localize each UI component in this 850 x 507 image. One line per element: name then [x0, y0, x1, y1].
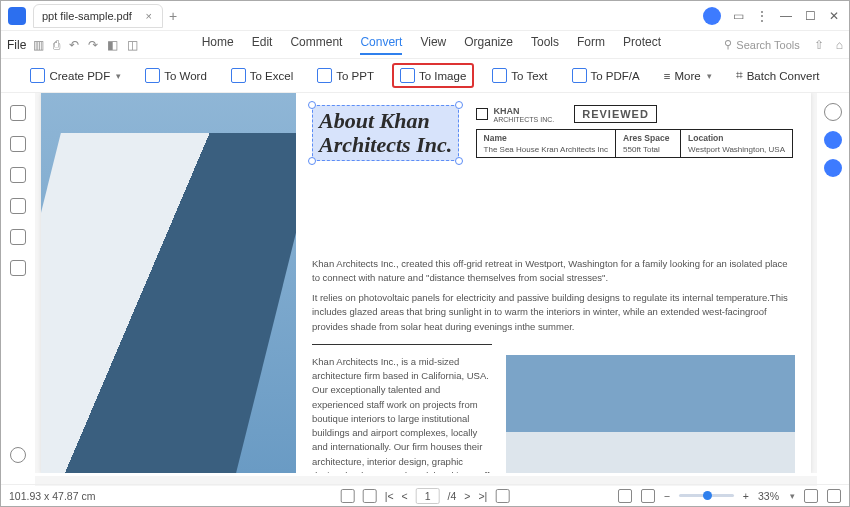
help-icon[interactable] [10, 447, 26, 463]
batch-convert-button[interactable]: ⌗Batch Convert [730, 65, 826, 86]
zoom-in-icon[interactable]: + [743, 490, 749, 502]
search-panel-icon[interactable] [10, 229, 26, 245]
doc-title-line1: About Khan [319, 108, 430, 133]
text-icon [492, 68, 507, 83]
to-excel-button[interactable]: To Excel [225, 64, 299, 87]
app-icon [8, 7, 26, 25]
close-window-button[interactable]: ✕ [827, 9, 841, 23]
first-page-icon[interactable]: |< [385, 490, 394, 502]
resize-handle[interactable] [455, 157, 463, 165]
menu-convert[interactable]: Convert [360, 35, 402, 55]
menu-comment[interactable]: Comment [290, 35, 342, 55]
menu-home[interactable]: Home [202, 35, 234, 55]
right-panel [817, 93, 849, 473]
page-input[interactable]: 1 [416, 488, 440, 504]
feedback-icon[interactable]: ▭ [731, 9, 745, 23]
read-mode-icon[interactable] [827, 489, 841, 503]
zoom-slider[interactable] [679, 494, 734, 497]
attachment-icon[interactable] [10, 198, 26, 214]
reflow-icon[interactable] [495, 489, 509, 503]
doc-header-right: KHANARCHITECTS INC. REVIEWED NameThe Sea… [476, 105, 793, 158]
resize-handle[interactable] [455, 101, 463, 109]
chevron-down-icon: ▾ [116, 71, 121, 81]
thumbnail-icon[interactable] [10, 105, 26, 121]
ai-assistant-icon[interactable] [824, 131, 842, 149]
maximize-button[interactable]: ☐ [803, 9, 817, 23]
new-tab-button[interactable]: + [169, 8, 177, 24]
menu-form[interactable]: Form [577, 35, 605, 55]
page-total: /4 [448, 490, 457, 502]
menu-organize[interactable]: Organize [464, 35, 513, 55]
redo-icon[interactable]: ↷ [88, 38, 98, 52]
main-menu: Home Edit Comment Convert View Organize … [202, 35, 661, 55]
divider [312, 344, 492, 345]
print-icon[interactable]: ⎙ [53, 38, 60, 52]
excel-icon [231, 68, 246, 83]
select-tool-icon[interactable] [363, 489, 377, 503]
to-image-button[interactable]: To Image [392, 63, 474, 88]
more-button[interactable]: ≡More▾ [658, 66, 718, 86]
menu-protect[interactable]: Protect [623, 35, 661, 55]
menu-bar: File ▥ ⎙ ↶ ↷ ◧ ◫ Home Edit Comment Conve… [1, 31, 849, 59]
user-avatar[interactable] [703, 7, 721, 25]
hero-image-right [506, 355, 795, 473]
reviewed-stamp: REVIEWED [574, 105, 657, 123]
word-icon [145, 68, 160, 83]
comment-panel-icon[interactable] [10, 167, 26, 183]
chevron-down-icon: ▾ [707, 71, 712, 81]
paragraph-2: It relies on photovoltaic panels for ele… [312, 291, 795, 334]
file-menu[interactable]: File [7, 38, 26, 52]
chevron-down-icon[interactable]: ▾ [790, 491, 795, 501]
plus-icon [30, 68, 45, 83]
resize-handle[interactable] [308, 101, 316, 109]
quick-icon-1[interactable]: ◧ [107, 38, 118, 52]
document-canvas[interactable]: About KhanArchitects Inc. KHANARCHITECTS… [35, 93, 817, 473]
search-tools[interactable]: ⚲ Search Tools [724, 38, 799, 51]
view-mode-icon[interactable] [618, 489, 632, 503]
cursor-position: 101.93 x 47.87 cm [9, 490, 95, 502]
image-icon [400, 68, 415, 83]
layers-icon[interactable] [10, 260, 26, 276]
ai-icon-2[interactable] [824, 159, 842, 177]
close-tab-icon[interactable]: × [146, 10, 152, 22]
to-word-button[interactable]: To Word [139, 64, 213, 87]
minimize-button[interactable]: — [779, 9, 793, 23]
hero-image-left [41, 93, 296, 473]
status-bar: 101.93 x 47.87 cm |< < 1 /4 > >| − + 33%… [1, 484, 849, 506]
selected-text-box[interactable]: About KhanArchitects Inc. [312, 105, 459, 161]
menu-tools[interactable]: Tools [531, 35, 559, 55]
undo-icon[interactable]: ↶ [69, 38, 79, 52]
last-page-icon[interactable]: >| [478, 490, 487, 502]
left-toolbar [1, 93, 35, 473]
paragraph-3: Khan Architects Inc., is a mid-sized arc… [312, 355, 492, 473]
fullscreen-icon[interactable] [804, 489, 818, 503]
search-icon: ⚲ [724, 38, 732, 51]
to-pdfa-button[interactable]: To PDF/A [566, 64, 646, 87]
doc-title-line2: Architects Inc. [319, 132, 452, 157]
resize-handle[interactable] [308, 157, 316, 165]
properties-icon[interactable] [824, 103, 842, 121]
pdf-page: About KhanArchitects Inc. KHANARCHITECTS… [41, 93, 811, 473]
kebab-menu-icon[interactable]: ⋮ [755, 9, 769, 23]
fit-icon[interactable] [641, 489, 655, 503]
menu-view[interactable]: View [420, 35, 446, 55]
document-tab[interactable]: ppt file-sample.pdf × [33, 4, 163, 28]
save-icon[interactable]: ▥ [33, 38, 44, 52]
cloud-icon[interactable]: ⇧ [814, 38, 824, 52]
bookmark-icon[interactable] [10, 136, 26, 152]
create-pdf-button[interactable]: Create PDF▾ [24, 64, 127, 87]
to-ppt-button[interactable]: To PPT [311, 64, 380, 87]
home-icon[interactable]: ⌂ [836, 38, 843, 52]
to-text-button[interactable]: To Text [486, 64, 553, 87]
menu-edit[interactable]: Edit [252, 35, 273, 55]
zoom-value: 33% [758, 490, 779, 502]
tab-title: ppt file-sample.pdf [42, 10, 132, 22]
next-page-icon[interactable]: > [464, 490, 470, 502]
zoom-out-icon[interactable]: − [664, 490, 670, 502]
logo-mark-icon [476, 108, 488, 120]
prev-page-icon[interactable]: < [402, 490, 408, 502]
quick-icon-2[interactable]: ◫ [127, 38, 138, 52]
ribbon-convert: Create PDF▾ To Word To Excel To PPT To I… [1, 59, 849, 93]
hand-tool-icon[interactable] [341, 489, 355, 503]
pdfa-icon [572, 68, 587, 83]
